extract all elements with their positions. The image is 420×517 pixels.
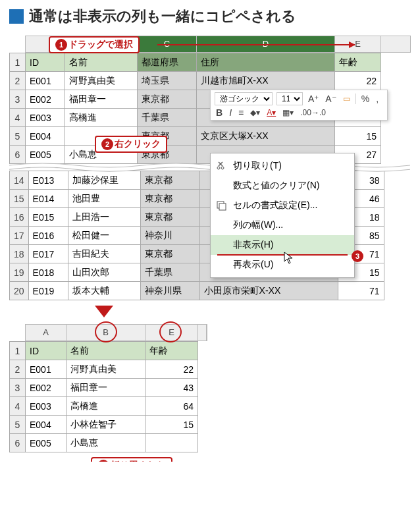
cell-id[interactable]: E003 <box>26 109 65 127</box>
row-hdr[interactable]: 16 <box>10 208 29 227</box>
cell-id[interactable]: E005 <box>26 146 65 164</box>
cell-name[interactable]: 加藤沙保里 <box>68 171 140 190</box>
row-hdr[interactable]: 4 <box>10 397 26 416</box>
cell-id[interactable]: E005 <box>26 434 66 452</box>
cell-name[interactable]: 河野真由美 <box>65 72 138 90</box>
table-row[interactable]: 6E005小島恵 <box>10 434 198 452</box>
cell-name[interactable]: 小林佐智子 <box>66 416 145 434</box>
table-row[interactable]: 2E001河野真由美埼玉県川越市旭町X-XX22 <box>10 72 381 90</box>
italic-button[interactable]: I <box>228 107 233 118</box>
cell-addr[interactable]: 小田原市栄町X-XX <box>199 282 338 300</box>
table-row[interactable]: 3E002福田章一43 <box>10 379 198 397</box>
cell-id[interactable]: E001 <box>26 72 65 90</box>
hdr-addr[interactable]: 住所 <box>197 53 335 72</box>
cell-name[interactable]: 山田次郎 <box>68 263 140 282</box>
cell-id[interactable]: E014 <box>28 190 68 208</box>
fill-color-button[interactable]: ◆▾ <box>249 108 261 117</box>
cell-name[interactable]: 坂本大輔 <box>68 282 140 300</box>
cell-name[interactable]: 吉田紀夫 <box>68 245 140 263</box>
spreadsheet-bottom[interactable]: 1 ID 名前 年齢 2E001河野真由美223E002福田章一434E003高… <box>9 341 198 452</box>
cell-name[interactable]: 松田健一 <box>68 227 140 245</box>
cell-name[interactable]: 河野真由美 <box>66 360 145 379</box>
menu-clear[interactable]: 数式と値のクリア(N) <box>211 176 354 196</box>
hdr2-id[interactable]: ID <box>26 342 66 360</box>
decrease-font-button[interactable]: A⁻ <box>324 94 337 104</box>
cell-id[interactable]: E016 <box>28 227 68 245</box>
align-button[interactable]: ≡ <box>237 107 245 118</box>
hdr2-age[interactable]: 年齢 <box>145 342 198 360</box>
cell-pref[interactable]: 神奈川 <box>140 227 199 245</box>
cell-age[interactable]: 22 <box>145 360 198 379</box>
cell-age[interactable]: 43 <box>145 379 198 397</box>
table-row[interactable]: 5E004東京都文京区大塚X-XX15 <box>10 127 381 146</box>
row-hdr[interactable]: 6 <box>10 146 26 164</box>
table-row[interactable]: 2E001河野真由美22 <box>10 360 198 379</box>
row-hdr[interactable]: 14 <box>10 171 29 190</box>
cell-id[interactable]: E003 <box>26 397 66 416</box>
row-hdr[interactable]: 20 <box>10 282 29 300</box>
cell-age[interactable]: 22 <box>335 72 381 90</box>
cell-pref[interactable]: 千葉県 <box>138 109 197 127</box>
row-hdr[interactable]: 15 <box>10 190 29 208</box>
cell-age[interactable]: 15 <box>335 127 381 146</box>
dec-digits-button[interactable]: .00→.0 <box>299 108 327 117</box>
cell-name[interactable]: 福田章一 <box>66 379 145 397</box>
bold-button[interactable]: B <box>215 107 224 118</box>
cell-id[interactable]: E004 <box>26 127 65 146</box>
cell-age[interactable]: 71 <box>338 282 384 300</box>
cell-name[interactable]: 高橋進 <box>65 109 138 127</box>
increase-font-button[interactable]: A⁺ <box>307 94 320 104</box>
cell-pref[interactable]: 千葉県 <box>140 263 199 282</box>
menu-format[interactable]: セルの書式設定(E)... <box>211 196 354 215</box>
row-hdr[interactable]: 2 <box>10 360 26 379</box>
row-hdr[interactable]: 4 <box>10 109 26 127</box>
menu-unhide[interactable]: 再表示(U) <box>211 255 354 275</box>
cell-name[interactable]: 池田豊 <box>68 190 140 208</box>
row-hdr[interactable]: 3 <box>10 90 26 109</box>
comma-button[interactable]: , <box>375 94 380 104</box>
cell-id[interactable]: E002 <box>26 90 65 109</box>
col2-a[interactable]: A <box>26 325 66 340</box>
hdr-name[interactable]: 名前 <box>65 53 138 72</box>
cell-id[interactable]: E017 <box>28 245 68 263</box>
cell-id[interactable]: E015 <box>28 208 68 227</box>
hdr-id[interactable]: ID <box>26 53 65 72</box>
merge-button[interactable]: ▭ <box>342 94 352 103</box>
cell-addr[interactable]: 文京区大塚X-XX <box>197 127 335 146</box>
font-color-button[interactable]: A▾ <box>265 108 277 117</box>
size-dropdown[interactable]: 11 <box>276 92 303 105</box>
row-hdr-1[interactable]: 1 <box>10 53 26 72</box>
cell-age[interactable]: 64 <box>145 397 198 416</box>
cell-id[interactable]: E002 <box>26 379 66 397</box>
hdr-age[interactable]: 年齢 <box>335 53 381 72</box>
context-menu[interactable]: 切り取り(T) 数式と値のクリア(N) セルの書式設定(E)... 列の幅(W)… <box>210 153 355 278</box>
cell-id[interactable]: E001 <box>26 360 66 379</box>
col2-f-edge[interactable] <box>198 325 207 340</box>
cell-id[interactable]: E018 <box>28 263 68 282</box>
cell-age[interactable] <box>145 434 198 452</box>
cell-id[interactable]: E013 <box>28 171 68 190</box>
row-hdr[interactable]: 6 <box>10 434 26 452</box>
row-hdr[interactable]: 5 <box>10 416 26 434</box>
borders-button[interactable]: ▦▾ <box>281 108 295 117</box>
row-hdr[interactable]: 3 <box>10 379 26 397</box>
cell-id[interactable]: E019 <box>28 282 68 300</box>
cell-pref[interactable]: 東京都 <box>138 90 197 109</box>
row-hdr[interactable]: 18 <box>10 245 29 263</box>
menu-cut[interactable]: 切り取り(T) <box>211 156 354 176</box>
menu-hide[interactable]: 非表示(H) <box>211 235 354 255</box>
cell-pref[interactable]: 東京都 <box>140 245 199 263</box>
cell-pref[interactable]: 東京都 <box>140 208 199 227</box>
row-hdr[interactable]: 5 <box>10 127 26 146</box>
row-hdr[interactable]: 2 <box>10 72 26 90</box>
row-hdr[interactable]: 17 <box>10 227 29 245</box>
cell-name[interactable]: 小島恵 <box>66 434 145 452</box>
cell-pref[interactable]: 埼玉県 <box>138 72 197 90</box>
hdr-pref[interactable]: 都道府県 <box>138 53 197 72</box>
row2-hdr-1[interactable]: 1 <box>10 342 26 360</box>
cell-pref[interactable]: 神奈川県 <box>140 282 199 300</box>
menu-colwidth[interactable]: 列の幅(W)... <box>211 215 354 235</box>
cell-id[interactable]: E004 <box>26 416 66 434</box>
cell-age[interactable]: 15 <box>145 416 198 434</box>
cell-pref[interactable]: 東京都 <box>140 171 199 190</box>
